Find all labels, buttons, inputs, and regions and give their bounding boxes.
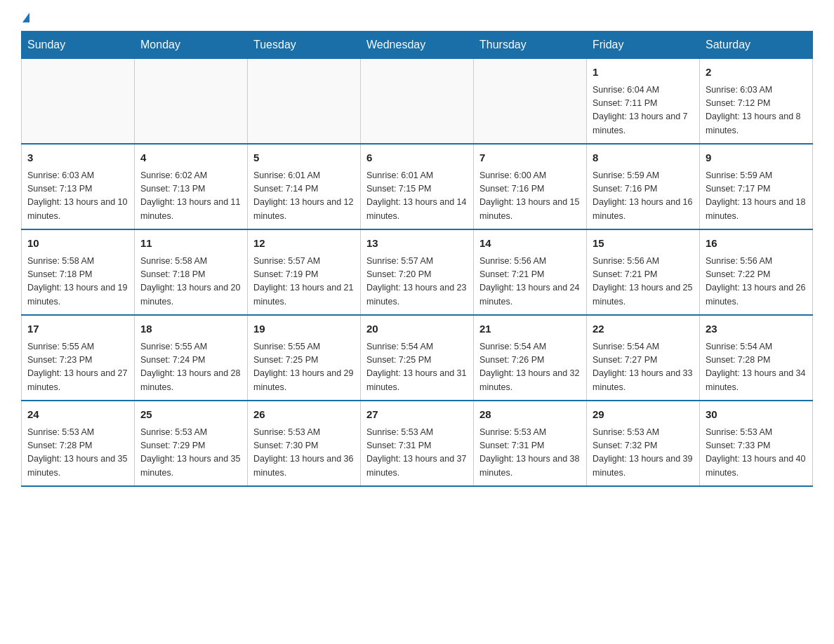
day-number: 3 (27, 150, 128, 166)
day-number: 15 (593, 236, 694, 252)
day-info: Sunrise: 5:54 AMSunset: 7:26 PMDaylight:… (479, 340, 581, 395)
calendar-cell: 14Sunrise: 5:56 AMSunset: 7:21 PMDayligh… (474, 229, 587, 315)
day-info: Sunrise: 5:57 AMSunset: 7:20 PMDaylight:… (366, 255, 468, 309)
calendar-cell (248, 59, 361, 145)
calendar-cell: 3Sunrise: 6:03 AMSunset: 7:13 PMDaylight… (22, 144, 135, 229)
weekday-header-row: Sunday Monday Tuesday Wednesday Thursday… (22, 32, 813, 59)
day-number: 17 (27, 321, 128, 337)
day-info: Sunrise: 5:53 AMSunset: 7:33 PMDaylight:… (706, 426, 807, 481)
calendar-week-row: 10Sunrise: 5:58 AMSunset: 7:18 PMDayligh… (22, 229, 813, 315)
header-tuesday: Tuesday (248, 32, 361, 59)
calendar-cell: 12Sunrise: 5:57 AMSunset: 7:19 PMDayligh… (248, 229, 361, 315)
header-saturday: Saturday (700, 32, 813, 59)
day-number: 28 (479, 407, 581, 423)
calendar-cell: 20Sunrise: 5:54 AMSunset: 7:25 PMDayligh… (361, 315, 474, 401)
calendar-cell: 22Sunrise: 5:54 AMSunset: 7:27 PMDayligh… (587, 315, 700, 401)
day-number: 18 (140, 321, 241, 337)
day-info: Sunrise: 6:04 AMSunset: 7:11 PMDaylight:… (593, 83, 694, 138)
header-sunday: Sunday (22, 32, 135, 59)
day-info: Sunrise: 5:54 AMSunset: 7:28 PMDaylight:… (706, 340, 807, 395)
calendar-cell: 2Sunrise: 6:03 AMSunset: 7:12 PMDaylight… (700, 59, 813, 145)
day-info: Sunrise: 6:00 AMSunset: 7:16 PMDaylight:… (479, 169, 581, 224)
calendar-cell: 25Sunrise: 5:53 AMSunset: 7:29 PMDayligh… (135, 401, 248, 486)
day-info: Sunrise: 6:01 AMSunset: 7:15 PMDaylight:… (366, 169, 468, 224)
day-number: 8 (593, 150, 694, 166)
calendar-cell: 5Sunrise: 6:01 AMSunset: 7:14 PMDaylight… (248, 144, 361, 229)
calendar-cell: 4Sunrise: 6:02 AMSunset: 7:13 PMDaylight… (135, 144, 248, 229)
day-info: Sunrise: 5:58 AMSunset: 7:18 PMDaylight:… (140, 255, 241, 309)
calendar-cell: 26Sunrise: 5:53 AMSunset: 7:30 PMDayligh… (248, 401, 361, 486)
calendar-cell: 10Sunrise: 5:58 AMSunset: 7:18 PMDayligh… (22, 229, 135, 315)
day-info: Sunrise: 5:55 AMSunset: 7:25 PMDaylight:… (253, 340, 355, 395)
calendar-cell: 19Sunrise: 5:55 AMSunset: 7:25 PMDayligh… (248, 315, 361, 401)
day-number: 2 (706, 65, 807, 81)
calendar-cell (474, 59, 587, 145)
header-wednesday: Wednesday (361, 32, 474, 59)
calendar-week-row: 17Sunrise: 5:55 AMSunset: 7:23 PMDayligh… (22, 315, 813, 401)
calendar-cell: 16Sunrise: 5:56 AMSunset: 7:22 PMDayligh… (700, 229, 813, 315)
day-number: 7 (479, 150, 581, 166)
day-info: Sunrise: 6:01 AMSunset: 7:14 PMDaylight:… (253, 169, 355, 224)
day-number: 16 (706, 236, 807, 252)
day-info: Sunrise: 5:59 AMSunset: 7:17 PMDaylight:… (706, 169, 807, 224)
day-info: Sunrise: 5:57 AMSunset: 7:19 PMDaylight:… (253, 255, 355, 309)
header-monday: Monday (135, 32, 248, 59)
calendar-week-row: 1Sunrise: 6:04 AMSunset: 7:11 PMDaylight… (22, 59, 813, 145)
calendar-week-row: 24Sunrise: 5:53 AMSunset: 7:28 PMDayligh… (22, 401, 813, 486)
calendar-cell: 7Sunrise: 6:00 AMSunset: 7:16 PMDaylight… (474, 144, 587, 229)
day-number: 29 (593, 407, 694, 423)
day-info: Sunrise: 5:58 AMSunset: 7:18 PMDaylight:… (27, 255, 128, 309)
calendar-cell (361, 59, 474, 145)
page-header (21, 14, 813, 24)
day-info: Sunrise: 5:53 AMSunset: 7:32 PMDaylight:… (593, 426, 694, 481)
calendar-cell: 15Sunrise: 5:56 AMSunset: 7:21 PMDayligh… (587, 229, 700, 315)
header-thursday: Thursday (474, 32, 587, 59)
calendar-cell: 8Sunrise: 5:59 AMSunset: 7:16 PMDaylight… (587, 144, 700, 229)
calendar-cell (22, 59, 135, 145)
calendar-cell: 30Sunrise: 5:53 AMSunset: 7:33 PMDayligh… (700, 401, 813, 486)
calendar-cell: 23Sunrise: 5:54 AMSunset: 7:28 PMDayligh… (700, 315, 813, 401)
day-info: Sunrise: 5:54 AMSunset: 7:25 PMDaylight:… (366, 340, 468, 395)
calendar-cell: 24Sunrise: 5:53 AMSunset: 7:28 PMDayligh… (22, 401, 135, 486)
day-number: 26 (253, 407, 355, 423)
calendar-cell: 28Sunrise: 5:53 AMSunset: 7:31 PMDayligh… (474, 401, 587, 486)
day-info: Sunrise: 5:55 AMSunset: 7:24 PMDaylight:… (140, 340, 241, 395)
day-number: 4 (140, 150, 241, 166)
day-info: Sunrise: 5:53 AMSunset: 7:31 PMDaylight:… (366, 426, 468, 481)
day-info: Sunrise: 5:59 AMSunset: 7:16 PMDaylight:… (593, 169, 694, 224)
day-info: Sunrise: 6:03 AMSunset: 7:13 PMDaylight:… (27, 169, 128, 224)
calendar-cell: 18Sunrise: 5:55 AMSunset: 7:24 PMDayligh… (135, 315, 248, 401)
day-number: 20 (366, 321, 468, 337)
day-number: 14 (479, 236, 581, 252)
header-friday: Friday (587, 32, 700, 59)
calendar-cell: 17Sunrise: 5:55 AMSunset: 7:23 PMDayligh… (22, 315, 135, 401)
calendar-cell: 21Sunrise: 5:54 AMSunset: 7:26 PMDayligh… (474, 315, 587, 401)
day-number: 10 (27, 236, 128, 252)
day-number: 27 (366, 407, 468, 423)
day-info: Sunrise: 6:02 AMSunset: 7:13 PMDaylight:… (140, 169, 241, 224)
day-info: Sunrise: 6:03 AMSunset: 7:12 PMDaylight:… (706, 83, 807, 138)
calendar-cell: 9Sunrise: 5:59 AMSunset: 7:17 PMDaylight… (700, 144, 813, 229)
calendar-cell: 11Sunrise: 5:58 AMSunset: 7:18 PMDayligh… (135, 229, 248, 315)
day-info: Sunrise: 5:53 AMSunset: 7:31 PMDaylight:… (479, 426, 581, 481)
day-number: 6 (366, 150, 468, 166)
day-number: 9 (706, 150, 807, 166)
calendar-cell: 1Sunrise: 6:04 AMSunset: 7:11 PMDaylight… (587, 59, 700, 145)
day-number: 12 (253, 236, 355, 252)
day-number: 5 (253, 150, 355, 166)
day-number: 19 (253, 321, 355, 337)
day-number: 13 (366, 236, 468, 252)
day-number: 23 (706, 321, 807, 337)
day-info: Sunrise: 5:55 AMSunset: 7:23 PMDaylight:… (27, 340, 128, 395)
calendar-cell: 6Sunrise: 6:01 AMSunset: 7:15 PMDaylight… (361, 144, 474, 229)
day-info: Sunrise: 5:53 AMSunset: 7:28 PMDaylight:… (27, 426, 128, 481)
day-number: 24 (27, 407, 128, 423)
logo (21, 14, 29, 24)
day-info: Sunrise: 5:53 AMSunset: 7:29 PMDaylight:… (140, 426, 241, 481)
calendar-week-row: 3Sunrise: 6:03 AMSunset: 7:13 PMDaylight… (22, 144, 813, 229)
calendar-cell: 29Sunrise: 5:53 AMSunset: 7:32 PMDayligh… (587, 401, 700, 486)
day-info: Sunrise: 5:53 AMSunset: 7:30 PMDaylight:… (253, 426, 355, 481)
day-number: 22 (593, 321, 694, 337)
calendar-cell: 13Sunrise: 5:57 AMSunset: 7:20 PMDayligh… (361, 229, 474, 315)
logo-triangle-icon (22, 13, 29, 22)
